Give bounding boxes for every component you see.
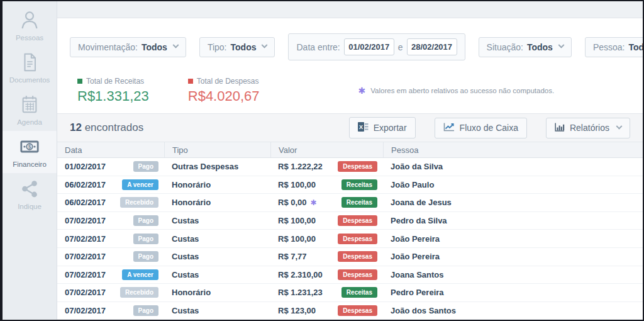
row-valor: R$ 100,00 [278, 216, 316, 225]
row-date: 06/02/2017 [65, 180, 106, 189]
table-row[interactable]: 01/02/2017 Pago Outras Despesas R$ 1.222… [57, 158, 643, 176]
table-row[interactable]: 07/02/2017 Pago Custas R$ 7,77 Despesas … [57, 248, 643, 266]
cell-valor: R$ 123,00 Despesas [270, 305, 383, 316]
chevron-down-icon [172, 42, 179, 48]
row-date: 07/02/2017 [65, 252, 106, 261]
fluxo-label: Fluxo de Caixa [460, 123, 518, 133]
svg-text:X: X [359, 124, 363, 130]
row-valor: R$ 1.222,22 [278, 162, 323, 171]
cell-data: 07/02/2017 Pago [57, 215, 164, 226]
sidebar-item-financeiro[interactable]: $ Financeiro [3, 131, 57, 173]
total-despesas-label: Total de Despesas [197, 77, 259, 86]
filter-pessoa-dropdown[interactable]: Pessoa: Todos [585, 37, 644, 57]
cell-tipo: Outras Despesas [164, 162, 270, 171]
category-badge: Despesas [338, 161, 377, 172]
status-badge: A vencer [122, 179, 158, 190]
table-row[interactable]: 06/02/2017 Recebido Honorário R$ 0,00 ✱ … [57, 194, 643, 212]
cell-pessoa: Joana Santos [383, 270, 643, 279]
table-header: Data Tipo Valor Pessoa [57, 142, 643, 158]
results-count-number: 12 [70, 121, 82, 133]
relatorios-button[interactable]: Relatórios [546, 118, 630, 138]
chevron-down-icon [558, 42, 564, 48]
results-count-suffix: encontrados [85, 121, 144, 133]
cell-valor: R$ 1.222,22 Despesas [270, 161, 383, 172]
sidebar-item-documentos[interactable]: Documentos [3, 47, 57, 89]
cell-tipo: Honorário [164, 198, 270, 207]
cell-data: 07/02/2017 A vencer [57, 269, 164, 280]
sidebar-item-pessoas[interactable]: Pessoas [3, 4, 57, 47]
status-badge: Pago [133, 251, 158, 262]
row-valor: R$ 2.310,00 [278, 270, 323, 279]
table-row[interactable]: 07/02/2017 Pago Custas R$ 100,00 Despesa… [57, 212, 643, 230]
open-values-note: ✱ Valores em aberto relativos ao sucesso… [358, 86, 555, 96]
total-despesas: Total de Despesas R$4.020,67 [188, 77, 260, 104]
share-icon [19, 179, 40, 199]
category-badge: Despesas [338, 305, 377, 316]
cell-data: 07/02/2017 Pago [57, 251, 164, 262]
cell-tipo: Custas [164, 270, 270, 279]
category-badge: Despesas [338, 269, 377, 280]
category-badge: Despesas [338, 215, 377, 226]
filter-label: Data entre: [296, 42, 340, 52]
total-despesas-value: R$4.020,67 [188, 88, 260, 104]
table-row[interactable]: 06/02/2017 A vencer Honorário R$ 100,00 … [57, 176, 643, 194]
sidebar-item-label: Financeiro [13, 160, 47, 168]
row-date: 07/02/2017 [65, 216, 106, 225]
cell-tipo: Custas [164, 216, 270, 225]
line-chart-icon [443, 123, 455, 133]
sidebar-item-indique[interactable]: Indique [3, 173, 57, 215]
column-header-pessoa: Pessoa [383, 142, 643, 157]
filter-value: Todos [628, 42, 644, 52]
table-row[interactable]: 07/02/2017 Pago Custas R$ 100,00 Despesa… [57, 230, 643, 248]
filter-label: Pessoa: [593, 42, 625, 52]
table-body: 01/02/2017 Pago Outras Despesas R$ 1.222… [57, 158, 643, 320]
status-badge: Pago [133, 305, 158, 316]
cell-data: 06/02/2017 Recebido [57, 197, 164, 208]
sidebar-item-label: Indique [18, 203, 42, 210]
sidebar-item-label: Pessoas [16, 34, 43, 42]
column-header-valor: Valor [270, 142, 383, 157]
filter-label: Movimentação: [78, 42, 138, 52]
row-date: 01/02/2017 [65, 162, 106, 171]
bar-chart-icon [555, 123, 565, 133]
total-receitas-label: Total de Receitas [86, 77, 144, 86]
row-valor: R$ 0,00 [278, 198, 307, 207]
fluxo-de-caixa-button[interactable]: Fluxo de Caixa [435, 118, 527, 138]
category-badge: Receitas [341, 287, 377, 298]
table-row[interactable]: 07/02/2017 Pago Custas R$ 123,00 Despesa… [57, 302, 643, 320]
status-badge: Pago [133, 161, 158, 172]
document-icon [19, 52, 40, 72]
total-receitas-value: R$1.331,23 [77, 88, 149, 104]
note-text: Valores em aberto relativos ao sucesso n… [370, 87, 554, 94]
table-row[interactable]: 07/02/2017 A vencer Custas R$ 2.310,00 D… [57, 266, 643, 284]
cell-valor: R$ 100,00 Receitas [270, 179, 383, 190]
table-row[interactable]: 07/02/2017 Recebido Honorário R$ 1.231,2… [57, 284, 643, 302]
status-badge: Recebido [120, 197, 158, 208]
sidebar-item-label: Documentos [9, 76, 50, 84]
cell-valor: R$ 100,00 Despesas [270, 215, 383, 226]
status-badge: Pago [133, 234, 158, 244]
calendar-icon [19, 94, 40, 115]
cell-valor: R$ 2.310,00 Despesas [270, 269, 383, 280]
cell-pessoa: Joana de Jesus [383, 198, 643, 207]
filter-situacao-dropdown[interactable]: Situação: Todos [479, 37, 572, 57]
status-badge: Recebido [120, 287, 158, 298]
date-to-input[interactable] [407, 38, 457, 55]
exportar-button[interactable]: X Exportar [349, 117, 416, 138]
date-from-input[interactable] [344, 38, 394, 55]
status-badge: A vencer [122, 269, 158, 280]
person-icon [19, 10, 40, 30]
cell-tipo: Honorário [164, 288, 270, 297]
cell-valor: R$ 1.231,23 Receitas [270, 287, 383, 298]
row-valor: R$ 7,77 [278, 252, 307, 261]
main-content: Movimentação: Todos Tipo: Todos Data ent… [57, 1, 643, 320]
cell-data: 07/02/2017 Pago [57, 305, 164, 316]
cell-valor: R$ 0,00 ✱ Receitas [270, 197, 383, 208]
cell-pessoa: João da Silva [383, 162, 643, 171]
filter-movimentacao-dropdown[interactable]: Movimentação: Todos [70, 37, 186, 57]
sidebar-item-agenda[interactable]: Agenda [3, 89, 57, 131]
category-badge: Despesas [338, 234, 377, 244]
filter-label: Situação: [487, 42, 523, 52]
filter-tipo-dropdown[interactable]: Tipo: Todos [199, 37, 275, 57]
cell-pessoa: João dos Santos [383, 306, 643, 315]
